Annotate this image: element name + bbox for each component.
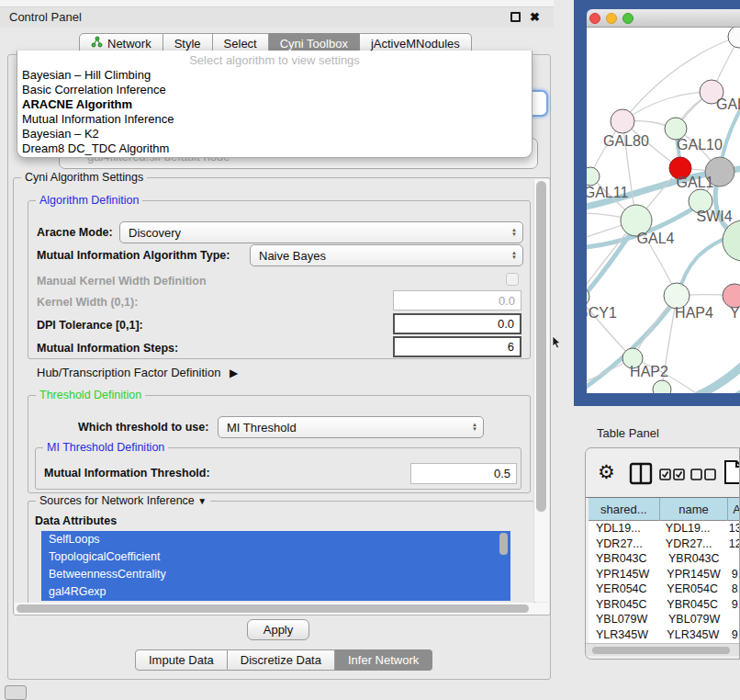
float-window-icon[interactable]: [510, 12, 521, 22]
algorithm-option[interactable]: Mutual Information Inference: [17, 112, 532, 127]
network-node[interactable]: [653, 380, 671, 393]
table-cell: YER054C: [589, 581, 659, 597]
attributes-list-scrollbar[interactable]: [499, 533, 508, 555]
algorithm-option[interactable]: Bayesian – K2: [17, 127, 532, 141]
network-view-window[interactable]: GAL2GAL80GAL10GAL1SWI4GAL11GAL4GCY1HAP4Y…: [587, 9, 740, 393]
screen: Control Panel ✖ Network Style Select Cyn…: [0, 0, 740, 700]
algorithm-option[interactable]: Basic Correlation Inference: [17, 83, 532, 97]
table-row[interactable]: YER054CYER054C8.: [589, 581, 740, 597]
table-toolbar: ⚙: [586, 448, 740, 497]
network-window-titlebar[interactable]: [587, 9, 740, 28]
table-cell: [731, 551, 734, 567]
algorithm-option[interactable]: Bayesian – Hill Climbing: [17, 68, 532, 83]
algorithm-definition-legend: Algorithm Definition: [36, 194, 142, 207]
dpi-tolerance-label: DPI Tolerance [0,1]:: [37, 319, 143, 332]
settings-vertical-scrollbar-thumb[interactable]: [536, 181, 546, 512]
kernel-width-value: 0.0: [499, 294, 515, 308]
tab-impute-data-label: Impute Data: [149, 650, 214, 670]
mi-threshold-label: Mutual Information Threshold:: [44, 467, 210, 480]
network-node-label: GAL4: [637, 231, 675, 246]
table-body: YDL19...YDL19...13YDR27...YDR27...12YBR0…: [589, 521, 740, 649]
expand-right-arrow-icon: ▶: [230, 367, 238, 379]
mi-threshold-value: 0.5: [494, 467, 510, 480]
network-node-label: Y: [730, 305, 740, 321]
table-cell: 12: [725, 536, 740, 552]
network-node-label: GAL10: [677, 137, 723, 152]
table-cell: YDL19...: [658, 521, 725, 536]
data-attribute-item[interactable]: BetweennessCentrality: [41, 566, 510, 583]
spinner-arrows-icon: ▲▼: [511, 251, 517, 260]
minimize-traffic-light-icon[interactable]: [606, 13, 617, 24]
close-icon[interactable]: ✖: [530, 7, 540, 28]
apply-button[interactable]: Apply: [247, 619, 309, 640]
spinner-arrows-icon: ▲▼: [472, 423, 477, 432]
tab-infer-network[interactable]: Infer Network: [335, 649, 432, 671]
tab-discretize-data[interactable]: Discretize Data: [228, 649, 335, 671]
table-row[interactable]: YBL079WYBL079W: [589, 612, 740, 627]
network-node-label: GAL1: [677, 175, 714, 190]
threshold-definition-legend: Threshold Definition: [36, 389, 145, 401]
data-attribute-item[interactable]: SelfLoops: [41, 531, 510, 548]
table-horizontal-scrollbar[interactable]: [586, 643, 740, 656]
table-row[interactable]: YDR27...YDR27...12: [589, 536, 740, 552]
zoom-traffic-light-icon[interactable]: [622, 13, 633, 24]
network-nodes[interactable]: GAL2GAL80GAL10GAL1SWI4GAL11GAL4GCY1HAP4Y…: [587, 28, 740, 393]
table-header: shared... name A: [589, 498, 740, 521]
table-row[interactable]: YPR145WYPR145W9.: [589, 567, 740, 582]
control-panel-title: Control Panel: [9, 7, 82, 28]
mi-threshold-definition-legend: MI Threshold Definition: [43, 441, 168, 454]
network-node[interactable]: [728, 28, 740, 48]
mouse-cursor: [552, 336, 563, 353]
algorithm-option[interactable]: Dream8 DC_TDC Algorithm: [17, 141, 532, 156]
dpi-tolerance-field[interactable]: 0.0: [393, 313, 521, 334]
mi-algorithm-type-combo[interactable]: Naive Bayes ▲▼: [250, 244, 523, 266]
cyni-algorithm-settings-legend: Cyni Algorithm Settings: [21, 171, 147, 184]
column-header-clipped[interactable]: A: [728, 498, 740, 521]
network-node-gal80[interactable]: [611, 109, 634, 133]
export-file-icon[interactable]: [723, 459, 740, 485]
sources-group-legend[interactable]: Sources for Network Inference ▼: [36, 494, 210, 507]
hub-definition-toggle[interactable]: Hub/Transcription Factor Definition ▶: [37, 366, 238, 379]
table-cell: YLR345W: [589, 627, 659, 643]
table-cell: 13: [725, 521, 740, 536]
data-attribute-item[interactable]: gal4RGexp: [41, 583, 510, 601]
aracne-mode-combo[interactable]: Discovery ▲▼: [119, 221, 523, 243]
which-threshold-combo[interactable]: MI Threshold ▲▼: [218, 416, 484, 438]
manual-kernel-width-label: Manual Kernel Width Definition: [37, 275, 207, 288]
tab-impute-data[interactable]: Impute Data: [135, 649, 228, 671]
mi-threshold-field[interactable]: 0.5: [410, 463, 517, 484]
table-row[interactable]: YBR045CYBR045C9.: [589, 597, 740, 613]
table-row[interactable]: YBR043CYBR043C: [589, 551, 740, 567]
table-row[interactable]: YDL19...YDL19...13: [589, 521, 740, 536]
collapse-down-arrow-icon: ▼: [197, 496, 207, 506]
data-attributes-list[interactable]: SelfLoopsTopologicalCoefficientBetweenne…: [41, 531, 510, 601]
table-cell: YDL19...: [589, 521, 658, 536]
corner-button[interactable]: [5, 685, 27, 700]
table-cell: YBR045C: [589, 597, 659, 613]
table-horizontal-scrollbar-thumb[interactable]: [592, 647, 730, 654]
data-attribute-item[interactable]: TopologicalCoefficient: [41, 548, 510, 566]
column-header-name[interactable]: name: [660, 498, 729, 521]
dpi-tolerance-value: 0.0: [498, 317, 514, 331]
table-row[interactable]: YLR345WYLR345W9.: [589, 627, 740, 643]
network-canvas[interactable]: GAL2GAL80GAL10GAL1SWI4GAL11GAL4GCY1HAP4Y…: [587, 28, 740, 393]
split-columns-icon[interactable]: [629, 462, 653, 485]
table-cell: 9.: [728, 627, 740, 643]
settings-gear-icon[interactable]: ⚙: [598, 460, 615, 484]
settings-horizontal-scrollbar-thumb[interactable]: [17, 604, 529, 613]
table-cell: 9.: [728, 567, 740, 582]
kernel-width-field[interactable]: 0.0: [393, 290, 521, 310]
select-all-checked-icon[interactable]: [659, 469, 685, 480]
table-cell: YBR045C: [659, 597, 727, 613]
top-strip: [0, 0, 554, 7]
close-traffic-light-icon[interactable]: [589, 13, 600, 24]
column-header-shared-name[interactable]: shared...: [589, 498, 660, 521]
table-cell: YBR043C: [589, 551, 661, 567]
network-node-label: HAP2: [630, 364, 668, 379]
algorithm-option[interactable]: ARACNE Algorithm: [17, 97, 532, 112]
manual-kernel-width-checkbox[interactable]: [506, 273, 519, 286]
select-none-unchecked-icon[interactable]: [690, 469, 716, 480]
network-node-label: GAL11: [587, 185, 628, 200]
mi-steps-field[interactable]: 6: [393, 336, 521, 357]
kernel-width-label: Kernel Width (0,1):: [37, 296, 138, 309]
